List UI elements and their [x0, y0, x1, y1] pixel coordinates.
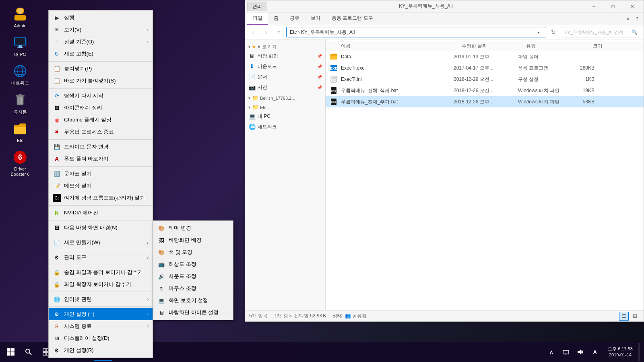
svg-rect-33 — [11, 352, 14, 356]
mypc-sidebar-label: 내 PC — [258, 113, 270, 120]
ribbon-tab-file[interactable]: 파일 — [247, 12, 268, 25]
close-button[interactable]: ✕ — [623, 0, 642, 12]
menu-kill-process-label: 무응답 프로세스 종료 — [64, 128, 149, 136]
sub-mouse[interactable]: 🖱 마우스 조정 — [153, 282, 233, 294]
sub-resolution[interactable]: 📺 해상도 조정 — [153, 258, 233, 270]
file-row-data[interactable]: Data 2019-01-13 오후... 파일 폴더 — [326, 51, 644, 62]
file-row-bat-delete[interactable]: BAT 우릌릭메뉴_전체_삭제.bat 2018-12-26 오전... Win… — [326, 85, 644, 96]
sidebar-section-etc[interactable]: ▾ 📁 Etc — [245, 102, 325, 111]
menu-personal-plus[interactable]: ⚙ 개인 설정 (+) › — [49, 308, 153, 320]
menu-new[interactable]: 📄 새로 만들기(W) › — [49, 237, 153, 249]
sub-color-shape[interactable]: 🎨 색 및 모양 — [153, 246, 233, 258]
file-row-execti-exe[interactable]: EXE ExecTi.exe 2017-04-17 오후... 응용 프로그램 … — [326, 62, 644, 74]
ribbon-tab-view[interactable]: 보기 — [305, 12, 326, 25]
menu-hide-files[interactable]: 🔒 숨김 파일과 폴더 보이거나 감추기 — [49, 266, 153, 278]
sidebar-section-quickaccess[interactable]: ▾ ★ 바로 가기 — [245, 41, 325, 51]
menu-run[interactable]: ▶ 실행 — [49, 12, 153, 24]
title-tab-manage[interactable]: 관리 — [247, 2, 267, 11]
menu-font-folder[interactable]: A 폰트 폴더 바로가기 — [49, 153, 153, 165]
menu-net-manage[interactable]: 🌐 인터넷 관련 › — [49, 293, 153, 305]
sidebar-section-bellish[interactable]: ▾ 📁 Bellish_17763.2... — [245, 93, 325, 102]
ribbon-tab-share[interactable]: 공유 — [284, 12, 305, 25]
search-field[interactable]: KY_우릌릭메뉴_사용_All 검색 🔍 — [561, 27, 641, 37]
ribbon-tab-home[interactable]: 홈 — [268, 12, 284, 25]
sidebar-item-mypc[interactable]: 💻 내 PC — [245, 111, 325, 121]
menu-cmd-admin[interactable]: C: 여기에 명령 프롬프트(관리자) 열기 — [49, 192, 153, 204]
menu-icon-cache[interactable]: 🖼 아이콘캐쉬 정리 — [49, 102, 153, 114]
menu-chrome-flash[interactable]: ◉ Chrome 플래시 설정 — [49, 114, 153, 126]
address-refresh-btn[interactable]: ↻ — [548, 27, 559, 37]
desktop-icon-network[interactable]: 네트워크 — [4, 61, 36, 88]
ribbon-tab-app-tools[interactable]: 응용 프로그램 도구 — [326, 12, 379, 25]
search-icon-btn[interactable]: 🔍 — [632, 29, 638, 35]
etc-sidebar-label: Etc — [260, 105, 266, 110]
menu-notepad[interactable]: 📝 메모장 열기 — [49, 180, 153, 192]
menu-display-settings[interactable]: 🖥 디스플레이 설정(D) — [49, 332, 153, 344]
cmd-icon: C: — [53, 194, 61, 202]
menu-next-wallpaper[interactable]: 🖼 다음 바탕 화면 배경(N) — [49, 222, 153, 234]
volume-tray-icon[interactable] — [575, 346, 586, 358]
svg-line-35 — [29, 353, 31, 355]
network-tray-icon[interactable] — [560, 346, 572, 358]
menu-hide-ext[interactable]: 🔒 파일 확장자 보이거나 감추기 — [49, 278, 153, 290]
list-view-btn[interactable]: ☰ — [619, 312, 629, 321]
desktop-icon-trash[interactable]: 휴지통 — [4, 90, 36, 117]
menu-kill-process[interactable]: ✖ 무응답 프로세스 종료 — [49, 126, 153, 138]
show-desktop-btn[interactable] — [638, 343, 640, 361]
forward-button[interactable]: › — [260, 27, 272, 37]
sidebar-item-desktop[interactable]: 🖥 바탕 화면 📌 — [245, 51, 325, 61]
file-list-header[interactable]: 이름 수정한 날짜 유형 크기 — [326, 41, 644, 51]
desktop-icon-admin[interactable]: Admin — [4, 4, 36, 31]
color-shape-icon: 🎨 — [157, 248, 165, 256]
menu-char-map[interactable]: 🔠 문자표 열기 — [49, 168, 153, 180]
menu-drive-letter[interactable]: 💾 드라이브 문자 변경 — [49, 141, 153, 153]
desktop-icon-driver-booster[interactable]: 6 Driver Booster 6 — [4, 147, 36, 179]
menu-view[interactable]: 👁 보기(V) › — [49, 24, 153, 36]
bat-delete-size: 19KB — [570, 88, 603, 93]
desktop-icon-mypc[interactable]: 내 PC — [4, 33, 36, 59]
up-button[interactable]: ↑ — [273, 27, 285, 37]
pictures-pin: 📌 — [317, 85, 322, 90]
sub-screen-saver[interactable]: 💻 화면 보호기 설정 — [153, 294, 233, 306]
ribbon-collapse-btn[interactable]: ∧ — [623, 14, 633, 23]
ime-icon[interactable]: A — [589, 346, 601, 358]
menu-sys-exit[interactable]: S 시스템 종료 › — [49, 320, 153, 332]
sub-theme-change[interactable]: 🎨 테마 변경 — [153, 222, 233, 234]
taskbar-search-btn[interactable] — [20, 343, 37, 361]
address-dropdown-btn[interactable]: ▾ — [535, 30, 543, 35]
maximize-button[interactable]: □ — [604, 0, 622, 12]
menu-personal-r[interactable]: ⚙ 개인 설정(R) — [49, 344, 153, 356]
address-bar: ‹ › ↑ Etc › KY_우릌릭메뉴_사용_All ▾ ↻ KY_우릌릭메뉴… — [245, 25, 644, 39]
mypc-icon — [12, 35, 28, 51]
sidebar-item-documents[interactable]: 📄 문서 📌 — [245, 72, 325, 82]
sub-sound[interactable]: 🔊 사운드 조정 — [153, 270, 233, 282]
quickaccess-label: 바로 가기 — [258, 44, 277, 50]
ribbon-help-btn[interactable]: ? — [633, 15, 642, 23]
menu-paste[interactable]: 📋 붙여넣기(P) — [49, 63, 153, 75]
sidebar-item-pictures[interactable]: 📷 사진 📌 — [245, 82, 325, 93]
taskbar-clock[interactable]: 오후 6:17:53 2019-01-14 — [605, 346, 636, 358]
menu-chrome-flash-label: Chrome 플래시 설정 — [64, 116, 149, 123]
paste-shortcut-icon: 📋 — [53, 77, 61, 85]
sub-resolution-label: 해상도 조정 — [169, 261, 229, 268]
file-row-bat-add[interactable]: BAT 우릌릭메뉴_전체_추가.bat 2018-12-26 오후... Win… — [326, 96, 644, 107]
sub-wallpaper[interactable]: 🖼 바탕화면 배경 — [153, 234, 233, 246]
file-row-execti-ini[interactable]: ExecTi.ini 2018-12-29 오전... 구성 설정 1KB — [326, 74, 644, 85]
menu-paste-shortcut[interactable]: 📋 바로 가기 붙여넣기(S) — [49, 75, 153, 87]
minimize-button[interactable]: − — [584, 0, 603, 12]
sidebar-item-downloads[interactable]: ⬇ 다운로드 📌 — [245, 61, 325, 72]
desktop-icon-etc[interactable]: Etc — [4, 119, 36, 145]
address-field[interactable]: Etc › KY_우릌릭메뉴_사용_All ▾ — [286, 27, 546, 37]
menu-nvidia[interactable]: N NVIDIA 제어판 — [49, 207, 153, 219]
sidebar-item-network[interactable]: 🌐 네트워크 — [245, 121, 325, 132]
sub-desktop-icons[interactable]: 🖥 바탕화면 아이콘 설정 — [153, 306, 233, 319]
show-hidden-icons-btn[interactable]: ∧ — [546, 346, 557, 358]
detail-view-btn[interactable]: ⊞ — [630, 312, 640, 321]
data-folder-date: 2019-01-13 오후... — [454, 53, 518, 60]
menu-refresh[interactable]: ↻ 새로 고침(E) — [49, 48, 153, 60]
start-button[interactable] — [2, 343, 20, 361]
back-button[interactable]: ‹ — [248, 27, 259, 37]
menu-sort[interactable]: ≡ 정렬 기준(O) › — [49, 36, 153, 48]
menu-explorer-restart[interactable]: ⟳ 탐색기 다시 시작 — [49, 90, 153, 102]
menu-manage-tools[interactable]: ⚙ 관리 도구 › — [49, 251, 153, 263]
